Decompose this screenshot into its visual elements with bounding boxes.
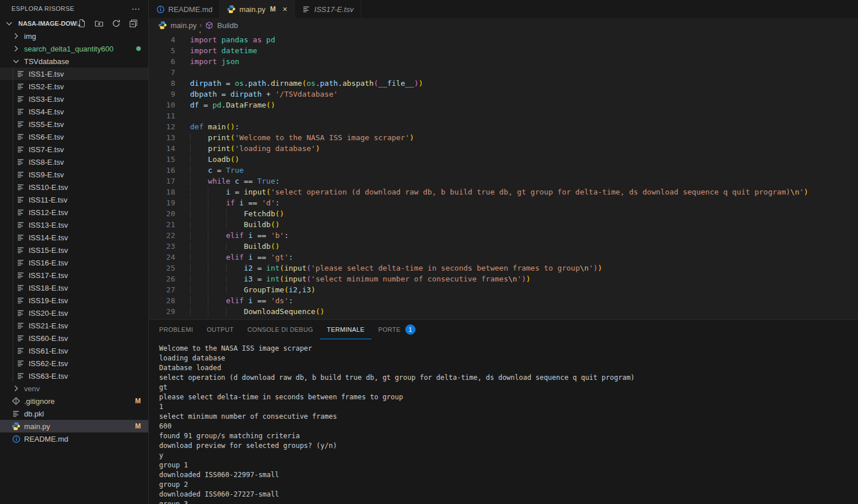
tree-item-iss9-e-tsv[interactable]: ISS9-E.tsv: [0, 168, 148, 181]
code-line-content: elif i == 'b':: [175, 230, 288, 241]
tree-item-iss13-e-tsv[interactable]: ISS13-E.tsv: [0, 219, 148, 231]
terminal-line: group 2: [159, 480, 858, 490]
breadcrumb-item-main-py[interactable]: main.py: [171, 21, 197, 30]
tree-item-iss6-e-tsv[interactable]: ISS6-E.tsv: [0, 130, 148, 143]
line-number: 21: [149, 219, 175, 230]
tree-item-iss21-e-tsv[interactable]: ISS21-E.tsv: [0, 319, 148, 332]
tab-iss17-e-tsv[interactable]: ISS17-E.tsv: [295, 0, 361, 18]
tree-item-iss8-e-tsv[interactable]: ISS8-E.tsv: [0, 156, 148, 168]
tree-item-db-pkl[interactable]: db.pkl: [0, 407, 148, 420]
tree-item-main-py[interactable]: main.pyM: [0, 420, 148, 432]
tsv-icon: [16, 258, 25, 267]
terminal-line: y: [159, 451, 858, 461]
tree-item-iss11-e-tsv[interactable]: ISS11-E.tsv: [0, 193, 148, 206]
tsv-icon: [16, 94, 25, 104]
breadcrumb[interactable]: main.py›Buildb: [149, 19, 858, 31]
tree-item-iss12-e-tsv[interactable]: ISS12-E.tsv: [0, 206, 148, 219]
code-line-11: 11: [149, 110, 858, 121]
terminal-line: downloaded ISS060-27227-small: [159, 490, 858, 499]
tree-item-iss17-e-tsv[interactable]: ISS17-E.tsv: [0, 269, 148, 281]
line-number: 9: [149, 89, 175, 100]
line-number: 7: [149, 67, 175, 78]
tsv-icon: [16, 182, 25, 192]
line-number: 20: [149, 208, 175, 219]
code-line-20: 20 Fetchdb(): [149, 208, 858, 219]
tree-item-iss63-e-tsv[interactable]: ISS63-E.tsv: [0, 370, 148, 382]
tree-item-label: ISS4-E.tsv: [29, 108, 64, 116]
tree-item-readme-md[interactable]: README.md: [0, 432, 148, 445]
code-line-content: import json: [175, 56, 239, 67]
line-number: 12: [149, 121, 175, 132]
tree-item-iss10-e-tsv[interactable]: ISS10-E.tsv: [0, 181, 148, 193]
tree-item-label: ISS12-E.tsv: [29, 208, 68, 217]
project-root[interactable]: NASA-IMAGE-DOWNLO...: [0, 17, 148, 30]
git-modified-badge: M: [135, 397, 141, 405]
code-line-21: 21 Buildb(): [149, 219, 858, 230]
tree-item-iss4-e-tsv[interactable]: ISS4-E.tsv: [0, 105, 148, 118]
code-line-23: 23 Buildb(): [149, 241, 858, 252]
tree-item-gitignore[interactable]: .gitignoreM: [0, 395, 148, 407]
info-icon: [11, 434, 21, 443]
tab-main-py[interactable]: main.pyM×: [220, 0, 295, 19]
code-line-content: import datetime: [175, 45, 257, 56]
tsv-icon: [16, 346, 25, 355]
tree-item-iss1-e-tsv[interactable]: ISS1-E.tsv: [0, 68, 148, 80]
breadcrumb-item-buildb[interactable]: Buildb: [218, 21, 238, 30]
tree-item-iss18-e-tsv[interactable]: ISS18-E.tsv: [0, 281, 148, 294]
code-line-content: i = input('select operation (d download …: [175, 186, 808, 197]
panel-tabbar: PROBLEMIOUTPUTCONSOLE DI DEBUGTERMINALEP…: [149, 320, 858, 339]
tree-item-tsvdatabase[interactable]: TSVdatabase: [0, 55, 148, 68]
tabbar-empty-space: [361, 0, 858, 18]
tree-item-iss62-e-tsv[interactable]: ISS62-E.tsv: [0, 357, 148, 370]
ports-count-badge: 1: [405, 324, 416, 335]
tsv-icon: [302, 5, 311, 14]
tree-item-label: ISS5-E.tsv: [29, 120, 64, 129]
tree-item-label: img: [24, 32, 36, 41]
more-actions-icon[interactable]: ⋯: [132, 5, 140, 13]
panel-tab-output[interactable]: OUTPUT: [200, 320, 240, 339]
terminal-output[interactable]: Welcome to the NASA ISS image scraperloa…: [149, 339, 858, 504]
refresh-icon[interactable]: [112, 19, 121, 28]
code-line-8: 8dirpath = os.path.dirname(os.path.abspa…: [149, 78, 858, 89]
collapse-all-icon[interactable]: [129, 19, 138, 28]
new-folder-icon[interactable]: [94, 19, 104, 28]
tree-item-label: README.md: [24, 435, 68, 443]
tree-item-iss20-e-tsv[interactable]: ISS20-E.tsv: [0, 307, 148, 319]
tree-item-img[interactable]: img: [0, 30, 148, 42]
code-line-6: 6import json: [149, 56, 858, 67]
tree-item-iss61-e-tsv[interactable]: ISS61-E.tsv: [0, 344, 148, 357]
tree-item-label: ISS10-E.tsv: [29, 183, 68, 192]
tree-item-iss15-e-tsv[interactable]: ISS15-E.tsv: [0, 244, 148, 256]
panel-tab-porte[interactable]: PORTE1: [371, 320, 422, 339]
code-line-content: Loadb(): [175, 154, 239, 165]
git-modified-badge: M: [135, 422, 141, 430]
tree-item-label: ISS13-E.tsv: [29, 221, 68, 229]
code-line-17: 17 while c == True:: [149, 176, 858, 186]
close-icon[interactable]: ×: [283, 5, 287, 13]
tree-item-iss14-e-tsv[interactable]: ISS14-E.tsv: [0, 231, 148, 244]
tsv-icon: [16, 132, 25, 141]
tree-item-label: venv: [24, 384, 39, 393]
panel-tab-problemi[interactable]: PROBLEMI: [159, 320, 200, 339]
tree-item-iss19-e-tsv[interactable]: ISS19-E.tsv: [0, 294, 148, 307]
code-line-content: DownloadSequence(): [175, 306, 325, 317]
tree-item-iss60-e-tsv[interactable]: ISS60-E.tsv: [0, 332, 148, 344]
code-editor[interactable]: 3import os4import pandas as pd5import da…: [149, 31, 858, 319]
tsv-icon: [16, 220, 25, 229]
tree-item-iss7-e-tsv[interactable]: ISS7-E.tsv: [0, 143, 148, 156]
tree-item-iss16-e-tsv[interactable]: ISS16-E.tsv: [0, 256, 148, 269]
tab-label: README.md: [168, 5, 212, 14]
tree-item-iss2-e-tsv[interactable]: ISS2-E.tsv: [0, 80, 148, 93]
tsv-icon: [16, 233, 25, 242]
python-icon: [11, 422, 21, 431]
panel-tab-terminale[interactable]: TERMINALE: [320, 320, 371, 339]
tsv-icon: [16, 296, 25, 305]
panel-tab-console-di-debug[interactable]: CONSOLE DI DEBUG: [240, 320, 320, 339]
tsv-icon: [16, 321, 25, 330]
tree-item-venv[interactable]: venv: [0, 382, 148, 395]
tree-item-iss3-e-tsv[interactable]: ISS3-E.tsv: [0, 93, 148, 105]
tree-item-iss5-e-tsv[interactable]: ISS5-E.tsv: [0, 118, 148, 130]
tab-readme-md[interactable]: README.md: [149, 0, 220, 18]
new-file-icon[interactable]: [77, 19, 86, 28]
tree-item-search-delta1-quantity600[interactable]: search_delta1_quantity600: [0, 42, 148, 55]
